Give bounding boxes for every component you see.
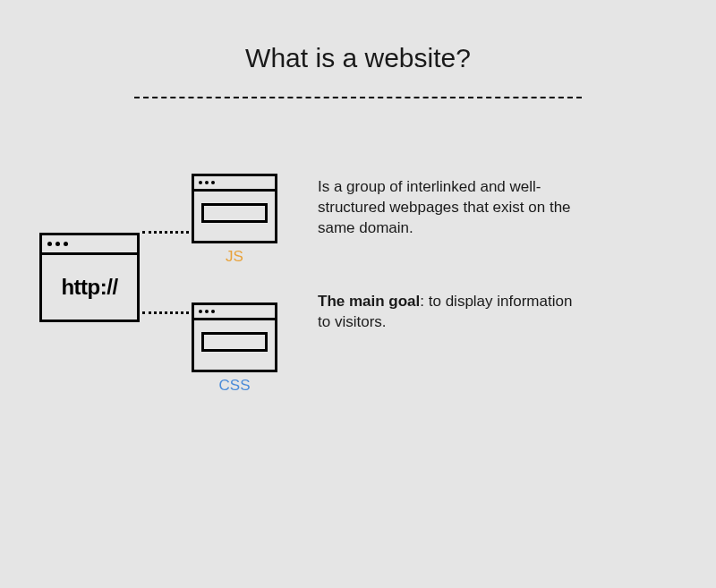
main-window-label: http:// — [42, 255, 137, 320]
js-label: JS — [192, 248, 277, 266]
main-goal-label: The main goal — [318, 293, 420, 310]
window-titlebar — [42, 235, 137, 255]
window-dot-icon — [199, 310, 202, 313]
browser-window-js — [192, 174, 277, 243]
browser-window-main: http:// — [39, 233, 140, 322]
window-dot-icon — [199, 181, 202, 184]
connector-line-bottom — [142, 311, 189, 314]
connector-line-top — [142, 231, 189, 234]
window-dot-icon — [211, 310, 215, 313]
css-label: CSS — [192, 377, 277, 395]
window-inner-bar — [201, 332, 268, 352]
window-dot-icon — [205, 181, 209, 184]
divider-line — [134, 97, 582, 98]
window-dot-icon — [64, 242, 68, 246]
window-dot-icon — [47, 242, 52, 246]
window-dot-icon — [211, 181, 215, 184]
window-titlebar — [194, 176, 275, 192]
window-titlebar — [194, 305, 275, 320]
browser-window-css — [192, 303, 277, 372]
page-title: What is a website? — [0, 43, 716, 73]
window-dot-icon — [55, 242, 60, 246]
main-goal-text: The main goal: to display information to… — [318, 292, 586, 333]
window-inner-bar — [201, 203, 268, 223]
definition-text: Is a group of interlinked and well-struc… — [318, 177, 586, 239]
window-dot-icon — [205, 310, 209, 313]
